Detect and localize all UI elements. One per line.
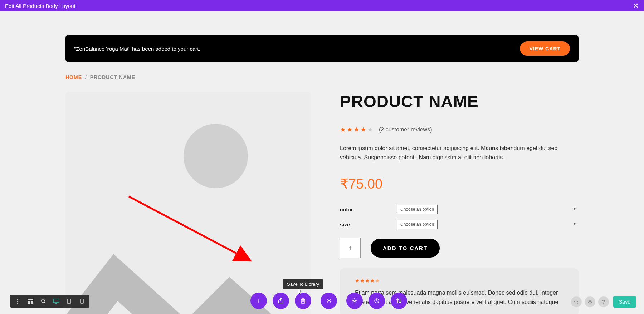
wireframe-view-icon[interactable] <box>24 296 36 306</box>
desktop-view-icon[interactable] <box>50 296 62 306</box>
add-section-button[interactable]: ＋ <box>250 293 267 309</box>
bottom-right-controls: ? Save <box>571 296 636 308</box>
view-cart-button[interactable]: VIEW CART <box>520 41 570 56</box>
variant-color-label: color <box>340 206 397 213</box>
variant-size-row: size Choose an option <box>340 220 579 229</box>
delete-button[interactable] <box>295 293 311 309</box>
tooltip: Save To Library <box>283 279 323 289</box>
product-title: Product Name <box>340 92 579 111</box>
canvas: "ZenBalance Yoga Mat" has been added to … <box>0 11 644 314</box>
svg-rect-9 <box>81 299 83 303</box>
svg-rect-1 <box>28 299 33 300</box>
product-description: Lorem ipsum dolor sit amet, consectetur … <box>340 144 569 162</box>
svg-rect-3 <box>31 301 33 304</box>
sort-button[interactable] <box>391 293 407 309</box>
review-star-rating: ★★★★★ <box>355 278 564 284</box>
close-panel-button[interactable]: ✕ <box>321 293 337 309</box>
quantity-input[interactable] <box>340 238 361 258</box>
add-to-cart-row: ADD TO CART <box>340 238 579 258</box>
add-to-cart-button[interactable]: ADD TO CART <box>371 239 440 258</box>
zoom-icon[interactable] <box>37 296 49 306</box>
svg-rect-2 <box>28 301 30 304</box>
product-image-placeholder <box>65 92 311 314</box>
variant-size-label: size <box>340 221 397 228</box>
svg-rect-10 <box>301 299 305 303</box>
more-options-icon[interactable]: ⋮ <box>11 296 24 306</box>
variant-color-select[interactable]: Choose an option <box>397 205 438 214</box>
save-to-library-button[interactable]: Save To Library <box>273 293 289 309</box>
cart-notice: "ZenBalance Yoga Mat" has been added to … <box>65 35 579 62</box>
breadcrumb-home[interactable]: HOME <box>65 74 82 80</box>
svg-line-5 <box>44 302 46 304</box>
page-action-buttons: ＋ Save To Library ✕ <box>250 293 407 309</box>
svg-rect-8 <box>67 299 71 303</box>
layers-icon[interactable] <box>585 296 595 307</box>
svg-rect-6 <box>53 299 59 303</box>
editor-topbar: Edit All Products Body Layout ✕ <box>0 0 644 11</box>
search-icon[interactable] <box>571 296 582 307</box>
notice-text: "ZenBalance Yoga Mat" has been added to … <box>74 46 520 52</box>
svg-point-17 <box>575 300 577 303</box>
svg-point-4 <box>42 299 45 303</box>
product-price: ₹75.00 <box>340 176 579 192</box>
close-icon[interactable]: ✕ <box>633 2 639 9</box>
variant-color-row: color Choose an option <box>340 205 579 214</box>
variant-size-select[interactable]: Choose an option <box>397 220 438 229</box>
svg-point-15 <box>354 300 356 302</box>
tablet-view-icon[interactable] <box>63 296 75 306</box>
review-count[interactable]: (2 customer reviews) <box>379 126 432 133</box>
svg-line-18 <box>577 303 578 304</box>
save-button[interactable]: Save <box>613 296 636 308</box>
settings-button[interactable] <box>346 293 363 309</box>
view-toolbar: ⋮ <box>10 295 89 308</box>
svg-rect-7 <box>55 303 57 304</box>
breadcrumb-sep: / <box>84 74 88 80</box>
placeholder-circle-icon <box>184 124 248 188</box>
variant-selectors: color Choose an option size Choose an op… <box>340 205 579 229</box>
mobile-view-icon[interactable] <box>76 296 88 306</box>
topbar-title: Edit All Products Body Layout <box>5 3 633 9</box>
help-icon[interactable]: ? <box>598 296 609 307</box>
rating-row: ★★★★★ (2 customer reviews) <box>340 125 579 134</box>
product-details: Product Name ★★★★★ (2 customer reviews) … <box>340 92 579 314</box>
history-button[interactable] <box>369 293 385 309</box>
breadcrumb-current: PRODUCT NAME <box>90 74 135 80</box>
star-rating: ★★★★★ <box>340 125 374 134</box>
breadcrumb: HOME / PRODUCT NAME <box>65 74 135 80</box>
